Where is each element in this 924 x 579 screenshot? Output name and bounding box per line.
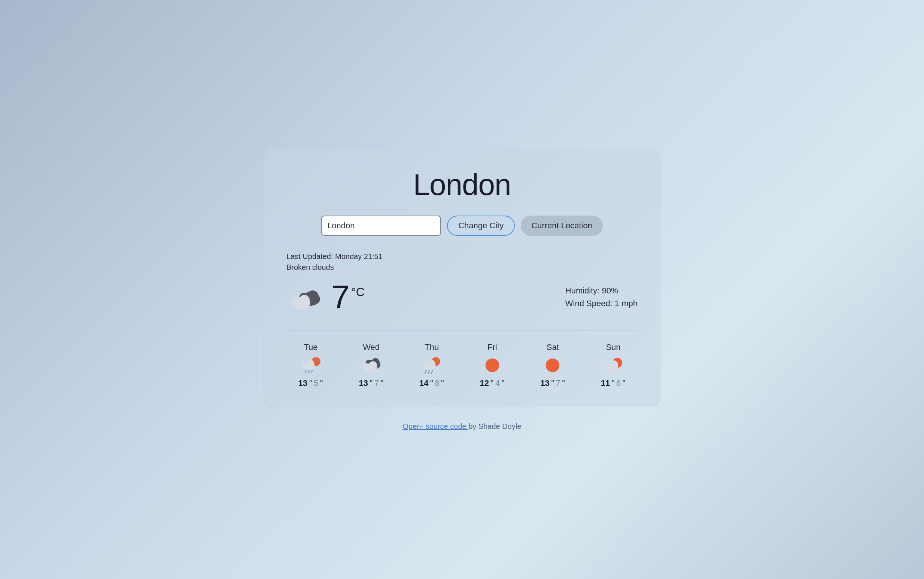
condition-text: Broken clouds: [287, 263, 637, 272]
svg-line-23: [425, 370, 426, 373]
degree-symbol: °: [490, 378, 494, 388]
forecast-day-label: Thu: [424, 342, 439, 352]
forecast-day: Thu 14 ° 8 °: [407, 342, 456, 388]
degree-symbol-low: °: [501, 378, 505, 388]
degree-symbol-low: °: [441, 378, 444, 388]
footer: Open- source code by Shade Doyle: [403, 422, 521, 431]
wind-speed: Wind Speed: 1 mph: [565, 299, 637, 308]
weather-details: Humidity: 90% Wind Speed: 1 mph: [565, 286, 637, 308]
svg-point-17: [362, 363, 369, 370]
forecast-low: 8: [435, 378, 439, 388]
forecast-low: 5: [314, 378, 318, 388]
degree-symbol-low: °: [320, 378, 323, 388]
degree-symbol-low: °: [380, 378, 384, 388]
forecast-day: Sun 11 ° 6 °: [589, 342, 637, 388]
forecast-icon-rain: [421, 356, 443, 375]
degree-symbol: °: [430, 378, 433, 388]
degree-symbol: °: [370, 378, 373, 388]
svg-point-26: [485, 358, 499, 372]
forecast-low: 4: [495, 378, 500, 388]
forecast-day: Sat 13 ° 7 °: [528, 342, 577, 388]
forecast-icon-rain-sun: [300, 356, 322, 375]
forecast-day: Tue 13 ° 5 °: [287, 342, 335, 388]
footer-suffix: by Shade Doyle: [469, 422, 521, 430]
city-title: London: [413, 168, 511, 202]
svg-point-4: [291, 297, 300, 306]
forecast-high: 11: [601, 378, 610, 388]
forecast-day-label: Tue: [304, 342, 318, 352]
forecast-temps: 13 ° 7 °: [359, 378, 383, 388]
svg-line-25: [431, 370, 433, 373]
svg-point-9: [306, 360, 314, 367]
forecast-day-label: Fri: [487, 342, 497, 352]
change-city-button[interactable]: Change City: [447, 216, 515, 236]
degree-symbol-low: °: [562, 378, 565, 388]
svg-line-10: [305, 370, 306, 373]
degree-symbol: °: [551, 378, 554, 388]
forecast-high: 12: [480, 378, 489, 388]
svg-point-5: [299, 295, 310, 306]
forecast-low: 6: [616, 378, 621, 388]
svg-point-22: [428, 360, 435, 367]
forecast-temps: 12 ° 4 °: [480, 378, 505, 388]
forecast-high: 13: [540, 378, 549, 388]
forecast-day: Wed 13 ° 7 °: [347, 342, 396, 388]
temperature-unit: °C: [351, 286, 365, 298]
degree-symbol: °: [309, 378, 312, 388]
city-input[interactable]: [321, 216, 441, 236]
forecast-icon-sun: [541, 356, 564, 375]
forecast-day: Fri 12 ° 4 °: [468, 342, 517, 388]
degree-symbol: °: [611, 378, 615, 388]
forecast-icon-cloudy-night: [360, 356, 383, 375]
svg-point-27: [546, 358, 560, 372]
svg-line-24: [428, 370, 429, 373]
broken-clouds-icon: [287, 282, 324, 312]
forecast-icon-partly-cloudy: [602, 356, 624, 375]
weather-main: Last Updated: Monday 21:51 Broken clouds: [287, 252, 637, 314]
temp-icon-group: 7 °C: [287, 281, 365, 314]
svg-line-11: [308, 370, 309, 373]
forecast-low: 7: [374, 378, 379, 388]
forecast-temps: 11 ° 6 °: [601, 378, 626, 388]
forecast-high: 13: [298, 378, 307, 388]
forecast-row: Tue 13 ° 5 ° Wed: [287, 330, 637, 388]
forecast-temps: 13 ° 7 °: [540, 378, 565, 388]
forecast-icon-sun: [481, 356, 503, 375]
last-updated: Last Updated: Monday 21:51: [287, 252, 637, 261]
forecast-low: 7: [555, 378, 560, 388]
temperature-value: 7: [331, 281, 350, 314]
weather-card: London Change City Current Location Last…: [264, 149, 660, 407]
forecast-day-label: Sun: [606, 342, 620, 352]
degree-symbol-low: °: [622, 378, 626, 388]
forecast-day-label: Wed: [363, 342, 380, 352]
forecast-temps: 14 ° 8 °: [419, 378, 444, 388]
source-code-link[interactable]: Open- source code: [403, 422, 469, 430]
forecast-high: 13: [359, 378, 368, 388]
humidity: Humidity: 90%: [565, 286, 637, 296]
svg-line-12: [311, 370, 313, 373]
svg-point-31: [609, 360, 618, 369]
forecast-high: 14: [419, 378, 428, 388]
forecast-temps: 13 ° 5 °: [298, 378, 323, 388]
controls-row: Change City Current Location: [321, 216, 603, 236]
svg-point-18: [369, 361, 377, 370]
current-location-button[interactable]: Current Location: [521, 216, 603, 236]
temperature-display: 7 °C: [331, 281, 365, 314]
current-weather-row: 7 °C Humidity: 90% Wind Speed: 1 mph: [287, 281, 637, 314]
forecast-day-label: Sat: [547, 342, 559, 352]
